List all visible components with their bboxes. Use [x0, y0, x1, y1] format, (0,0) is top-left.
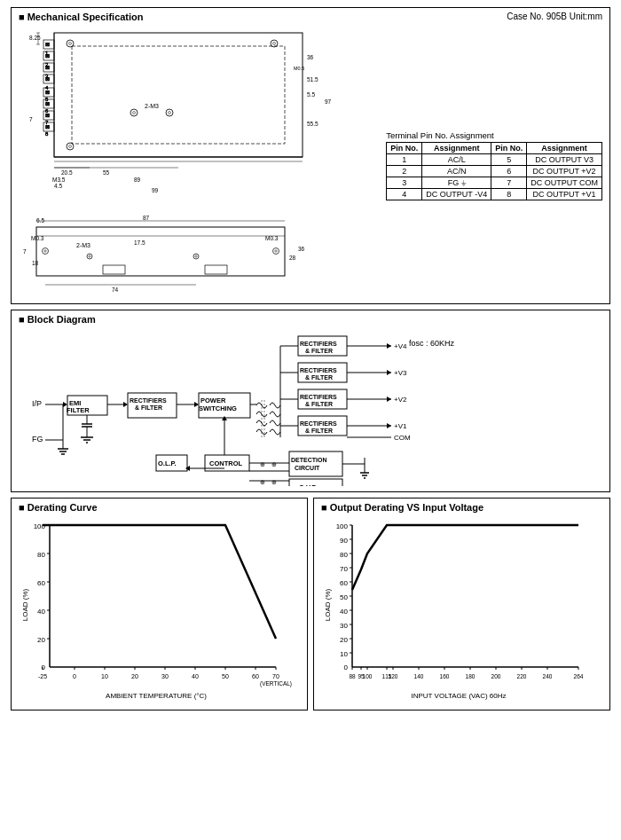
svg-text:M3.5: M3.5: [52, 177, 66, 183]
svg-point-67: [193, 254, 199, 259]
svg-text:RECTIFIERS: RECTIFIERS: [130, 397, 167, 404]
svg-point-68: [195, 255, 197, 257]
svg-rect-73: [205, 265, 227, 274]
svg-point-69: [273, 248, 279, 255]
svg-marker-106: [387, 343, 391, 349]
svg-point-32: [273, 43, 276, 45]
block-diagram-title: Block Diagram: [19, 314, 602, 325]
svg-text:7: 7: [23, 248, 27, 255]
svg-text:20: 20: [340, 636, 348, 644]
mechanical-spec-section: Mechanical Specification Case No. 905B U…: [11, 7, 610, 304]
svg-text:⊠: ⊠: [45, 65, 50, 70]
terminal-cell: DC OUTPUT V3: [527, 154, 602, 166]
svg-text:(VERTICAL): (VERTICAL): [260, 680, 292, 687]
block-diagram-section: Block Diagram I/P EMI FILTER RECTIFIERS …: [11, 310, 610, 492]
terminal-cell: DC OUTPUT +V1: [527, 189, 602, 200]
svg-text:0: 0: [73, 673, 76, 679]
svg-text:20: 20: [37, 636, 45, 644]
terminal-cell: 3: [387, 177, 422, 189]
svg-text:RECTIFIERS: RECTIFIERS: [300, 341, 337, 347]
svg-text:36: 36: [307, 54, 314, 60]
svg-text:⊠: ⊠: [45, 76, 50, 82]
svg-text:100: 100: [363, 673, 373, 679]
col-header-assign2: Assignment: [527, 143, 602, 154]
svg-point-62: [44, 250, 46, 252]
svg-point-37: [169, 112, 171, 114]
bottom-sections: Derating Curve 100 80 60 40 20: [11, 498, 610, 710]
svg-text:⊕: ⊕: [260, 461, 265, 467]
svg-text:& FILTER: & FILTER: [305, 374, 333, 381]
svg-text:10: 10: [340, 650, 348, 658]
svg-text:18: 18: [32, 260, 39, 266]
svg-text:55.5: 55.5: [307, 121, 318, 127]
svg-text:RECTIFIERS: RECTIFIERS: [300, 367, 337, 373]
derating-chart: 100 80 60 40 20 0 -25 0: [19, 516, 294, 703]
svg-text:97: 97: [325, 98, 332, 105]
svg-text:⊕: ⊕: [271, 461, 277, 467]
svg-rect-72: [103, 265, 125, 274]
svg-text:51.5: 51.5: [307, 76, 318, 82]
svg-point-30: [69, 145, 72, 148]
derating-title: Derating Curve: [19, 502, 300, 513]
svg-text:89: 89: [134, 177, 141, 183]
svg-text:COM: COM: [394, 434, 411, 442]
svg-point-28: [69, 43, 72, 45]
svg-rect-0: [54, 33, 303, 157]
output-derating-y-label: LOAD (%): [324, 588, 332, 621]
svg-text:90: 90: [340, 537, 348, 545]
output-derating-section: Output Derating VS Input Voltage 100 90 …: [313, 498, 610, 710]
svg-text:FG: FG: [32, 435, 43, 444]
svg-text:55: 55: [103, 169, 110, 176]
svg-point-36: [166, 109, 173, 116]
svg-text:⊠: ⊠: [45, 124, 50, 130]
svg-rect-161: [289, 451, 342, 476]
svg-text:CIRCUIT: CIRCUIT: [295, 465, 320, 471]
svg-text:10: 10: [101, 673, 108, 679]
page: Mechanical Specification Case No. 905B U…: [0, 0, 621, 718]
svg-text:O.L.P.: O.L.P.: [158, 459, 177, 467]
svg-text:40: 40: [340, 608, 348, 616]
output-derating-x-label: INPUT VOLTAGE (VAC) 60Hz: [412, 692, 507, 700]
svg-text:30: 30: [161, 673, 169, 679]
col-header-pin1: Pin No.: [387, 143, 422, 154]
svg-point-29: [67, 143, 74, 150]
svg-point-70: [275, 250, 277, 252]
svg-text:⊕: ⊕: [260, 479, 265, 485]
svg-text:74: 74: [112, 287, 119, 293]
svg-text:200: 200: [491, 673, 501, 679]
svg-point-27: [67, 40, 74, 47]
svg-text:60: 60: [252, 673, 259, 679]
derating-section: Derating Curve 100 80 60 40 20: [11, 498, 308, 710]
svg-text:O.V.P.: O.V.P.: [299, 483, 317, 486]
svg-text:& FILTER: & FILTER: [305, 401, 333, 407]
svg-text:FILTER: FILTER: [67, 406, 90, 414]
svg-text:5.5: 5.5: [307, 91, 315, 98]
svg-text:⊠: ⊠: [45, 113, 50, 118]
svg-text:50: 50: [340, 593, 348, 601]
mech-top-diagram: ⊠ 1 ⊠ 2 ⊠ 3 ⊠ 4 ⊠ 5: [19, 24, 347, 210]
svg-text:& FILTER: & FILTER: [305, 348, 333, 354]
svg-point-61: [43, 248, 49, 255]
svg-text:160: 160: [440, 673, 450, 679]
svg-text:20: 20: [131, 673, 138, 679]
svg-text:7: 7: [29, 116, 33, 122]
terminal-cell: DC OUTPUT COM: [527, 177, 602, 189]
derating-y-label: LOAD (%): [21, 588, 29, 621]
svg-rect-1: [72, 46, 285, 144]
svg-point-66: [89, 255, 90, 257]
svg-text:60: 60: [37, 579, 45, 587]
svg-text:+V2: +V2: [394, 396, 407, 404]
block-diagram-svg: I/P EMI FILTER RECTIFIERS & FILTER POWER…: [19, 326, 604, 486]
svg-text:M0.5: M0.5: [294, 66, 304, 71]
svg-text:220: 220: [517, 673, 527, 679]
svg-text:+V3: +V3: [394, 369, 407, 377]
svg-text:CONTROL: CONTROL: [209, 459, 242, 467]
svg-text:100: 100: [336, 522, 349, 530]
terminal-cell: 1: [387, 154, 422, 166]
svg-marker-113: [387, 370, 391, 375]
terminal-section: Terminal Pin No. Assignment Pin No. Assi…: [386, 24, 602, 298]
svg-text:4.5: 4.5: [54, 183, 62, 189]
svg-marker-127: [387, 423, 391, 428]
svg-text:36: 36: [298, 246, 305, 252]
svg-text:140: 140: [414, 673, 424, 679]
